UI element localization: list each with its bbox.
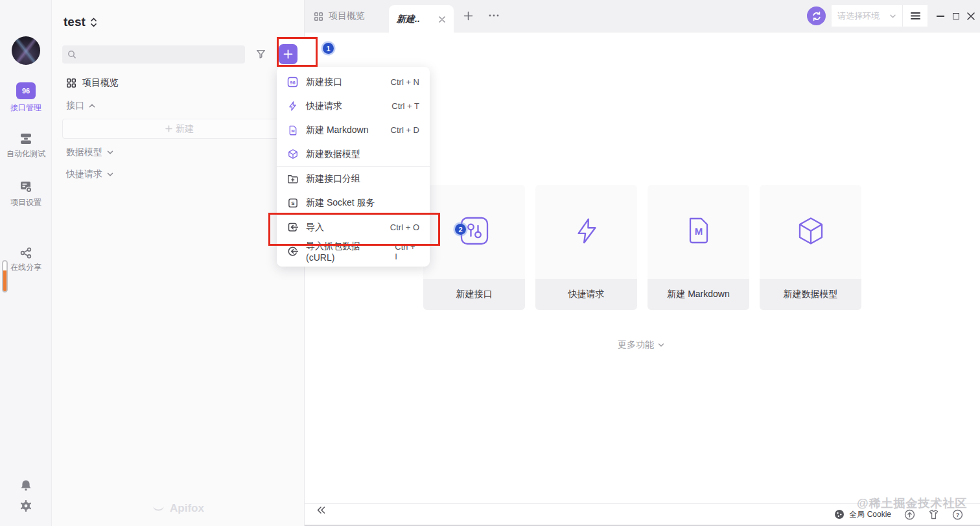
apifox-logo-text: Apifox — [170, 502, 204, 515]
rail-item-label: 自动化测试 — [6, 149, 45, 160]
markdown-doc-icon: M — [287, 125, 298, 136]
svg-text:S: S — [291, 200, 295, 206]
socket-s-icon: S — [287, 198, 298, 208]
rail-item-label: 在线分享 — [10, 262, 41, 273]
menu-item-new-socket[interactable]: S 新建 Socket 服务 — [277, 191, 430, 215]
chevron-down-icon — [107, 172, 113, 177]
menu-item-new-api-folder[interactable]: 新建接口分组 — [277, 167, 430, 191]
menu-item-new-markdown[interactable]: M 新建 Markdown Ctrl + D — [277, 118, 430, 142]
menu-item-label: 快捷请求 — [306, 101, 342, 112]
chevron-down-icon — [889, 14, 896, 19]
menu-item-new-api[interactable]: 96 新建接口 Ctrl + N — [277, 70, 430, 94]
tab-project-overview[interactable]: 项目概览 — [314, 0, 365, 32]
notifications-bell-icon[interactable] — [20, 479, 32, 492]
cube-icon — [287, 149, 298, 160]
environment-select[interactable]: 请选择环境 — [832, 5, 903, 27]
sidebar-item-api-management[interactable]: 96 接口管理 — [0, 82, 52, 114]
card-new-markdown[interactable]: M 新建 Markdown — [648, 185, 749, 310]
window-maximize-button[interactable] — [949, 0, 963, 32]
api-96-icon: 96 — [287, 77, 298, 88]
card-new-data-model[interactable]: 新建数据模型 — [760, 185, 861, 310]
section-label: 快捷请求 — [66, 169, 102, 180]
grid-icon — [314, 12, 323, 21]
tab-close-icon[interactable] — [438, 16, 446, 23]
plus-icon — [165, 125, 172, 132]
menu-item-shortcut: Ctrl + N — [391, 77, 419, 87]
layers-icon — [19, 132, 33, 145]
sort-updown-icon — [90, 18, 97, 27]
server-gear-icon — [19, 180, 33, 194]
more-features-toggle[interactable]: 更多功能 — [618, 339, 664, 351]
tab-label: 项目概览 — [329, 10, 365, 22]
filter-funnel-icon[interactable] — [255, 49, 266, 60]
lightning-icon — [287, 101, 298, 112]
markdown-doc-icon: M — [648, 216, 749, 245]
annotation-badge-1: 1 — [323, 43, 334, 54]
menu-item-shortcut: Ctrl + D — [391, 125, 419, 135]
overview-label: 项目概览 — [82, 77, 119, 89]
create-new-button[interactable] — [279, 44, 298, 64]
new-api-button[interactable]: 新建 — [62, 119, 297, 139]
card-label: 新建 Markdown — [648, 279, 749, 310]
share-icon — [20, 247, 32, 259]
search-input[interactable] — [62, 45, 245, 64]
svg-text:?: ? — [956, 511, 960, 518]
menu-item-shortcut: Ctrl + T — [391, 101, 419, 111]
chevron-down-icon — [107, 150, 113, 155]
sync-button[interactable] — [807, 6, 826, 25]
sidebar-item-online-share[interactable]: 在线分享 — [0, 247, 52, 273]
section-label: 接口 — [66, 100, 84, 112]
menu-item-quick-request[interactable]: 快捷请求 Ctrl + T — [277, 94, 430, 118]
cube-icon — [760, 216, 861, 246]
search-field[interactable] — [80, 49, 240, 60]
menu-item-label: 新建 Markdown — [306, 125, 368, 136]
project-name: test — [64, 15, 86, 29]
window-close-button[interactable] — [963, 0, 979, 32]
settings-gear-icon[interactable] — [19, 499, 32, 512]
apifox-logo-icon — [152, 503, 165, 514]
folder-plus-icon — [287, 174, 298, 184]
apifox-logo: Apifox — [52, 502, 304, 515]
card-label: 新建数据模型 — [760, 279, 861, 310]
new-button-label: 新建 — [176, 123, 194, 135]
menu-item-label: 新建接口分组 — [306, 173, 360, 185]
sidebar-item-project-overview[interactable]: 项目概览 — [66, 77, 119, 89]
section-data-models[interactable]: 数据模型 — [66, 147, 113, 158]
section-quick-requests[interactable]: 快捷请求 — [66, 169, 113, 180]
search-icon — [67, 50, 76, 59]
card-quick-request[interactable]: 快捷请求 — [535, 185, 637, 310]
svg-text:96: 96 — [290, 80, 295, 86]
annotation-badge-2: 2 — [455, 224, 466, 235]
svg-text:M: M — [291, 128, 294, 133]
section-label: 数据模型 — [66, 147, 102, 158]
section-api[interactable]: 接口 — [66, 100, 95, 112]
menu-item-label: 新建接口 — [306, 77, 342, 88]
environment-placeholder: 请选择环境 — [837, 10, 880, 22]
apifox-window: 96 接口管理 自动化测试 项目设置 在线分享 — [0, 0, 980, 526]
nav-rail: 96 接口管理 自动化测试 项目设置 在线分享 — [0, 0, 52, 526]
api-management-icon: 96 — [16, 82, 36, 99]
project-switcher[interactable]: test — [64, 15, 97, 29]
tab-bar: 项目概览 新建.. 请选择环境 — [305, 0, 980, 32]
sidebar-item-automated-test[interactable]: 自动化测试 — [0, 132, 52, 160]
menu-item-label: 新建数据模型 — [306, 149, 360, 160]
menu-item-label: 新建 Socket 服务 — [306, 197, 375, 209]
sidebar-item-project-settings[interactable]: 项目设置 — [0, 180, 52, 208]
card-label: 新建接口 — [423, 279, 525, 310]
chevron-down-icon — [658, 342, 664, 348]
rail-item-label: 接口管理 — [10, 102, 41, 114]
annotation-box-import-item — [268, 213, 440, 246]
app-menu-button[interactable] — [903, 5, 928, 27]
svg-text:M: M — [694, 226, 703, 237]
scroll-indicator[interactable] — [2, 260, 8, 293]
collapse-sidebar-icon[interactable] — [316, 506, 326, 514]
avatar[interactable] — [12, 36, 40, 65]
window-minimize-button[interactable] — [933, 0, 948, 32]
import-curl-icon — [287, 246, 298, 257]
tab-new-active[interactable]: 新建.. — [389, 5, 454, 33]
chevron-up-icon — [89, 103, 95, 108]
card-new-api[interactable]: 新建接口 — [423, 185, 525, 310]
menu-item-new-data-model[interactable]: 新建数据模型 — [277, 142, 430, 166]
new-tab-button[interactable] — [463, 11, 473, 21]
tab-overflow-button[interactable] — [488, 11, 500, 20]
